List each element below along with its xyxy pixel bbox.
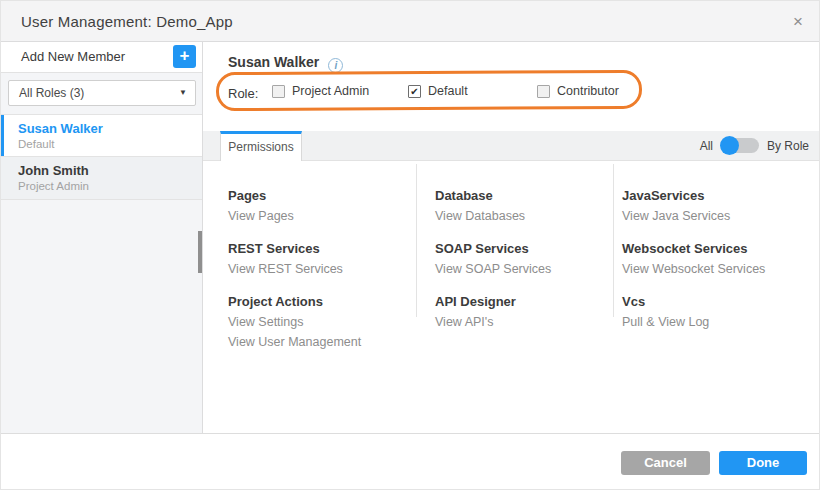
role-checkbox-default[interactable]: ✔ Default — [408, 84, 468, 98]
cancel-button[interactable]: Cancel — [621, 451, 710, 475]
sidebar-scrollbar-thumb[interactable] — [198, 231, 202, 273]
role-row: Role: Project Admin ✔ Default Contributo… — [203, 84, 820, 104]
column-divider — [613, 164, 614, 317]
permission-group-soap-services: SOAP Services View SOAP Services — [435, 239, 610, 279]
roles-filter-dropdown[interactable]: All Roles (3) ▼ — [8, 80, 196, 106]
user-list-item-susan-walker[interactable]: Susan Walker Default — [1, 114, 202, 157]
checkbox-label: Contributor — [557, 84, 619, 98]
permission-item: View Websocket Services — [622, 259, 817, 279]
selected-user-title: Susan Walkeri — [228, 54, 343, 73]
permission-group-rest-services: REST Services View REST Services — [228, 239, 413, 279]
column-divider — [416, 164, 417, 317]
done-button[interactable]: Done — [719, 451, 807, 475]
permission-group-title: Pages — [228, 186, 413, 206]
permissions-column-3: JavaServices View Java Services Websocke… — [622, 186, 817, 345]
permission-group-title: REST Services — [228, 239, 413, 259]
user-name: John Smith — [18, 163, 89, 178]
permission-item: View Pages — [228, 206, 413, 226]
user-name: Susan Walker — [18, 121, 103, 136]
permission-group-title: Vcs — [622, 292, 817, 312]
role-checkbox-contributor[interactable]: Contributor — [537, 84, 619, 98]
permission-item: View Databases — [435, 206, 610, 226]
user-role: Default — [18, 138, 54, 150]
permission-group-project-actions: Project Actions View Settings View User … — [228, 292, 413, 352]
permission-group-database: Database View Databases — [435, 186, 610, 226]
permission-item: View SOAP Services — [435, 259, 610, 279]
role-checkbox-project-admin[interactable]: Project Admin — [272, 84, 369, 98]
permission-item: View Java Services — [622, 206, 817, 226]
permissions-scope-toggle-area: All By Role — [700, 131, 809, 160]
checkbox-icon: ✔ — [408, 85, 421, 98]
permission-group-vcs: Vcs Pull & View Log — [622, 292, 817, 332]
permission-group-title: Database — [435, 186, 610, 206]
toggle-knob — [720, 136, 739, 155]
permission-group-title: API Designer — [435, 292, 610, 312]
permissions-column-1: Pages View Pages REST Services View REST… — [228, 186, 413, 365]
permission-group-title: SOAP Services — [435, 239, 610, 259]
user-management-dialog: User Management: Demo_App × Add New Memb… — [0, 0, 820, 490]
permission-item: View API's — [435, 312, 610, 332]
checkbox-label: Default — [428, 84, 468, 98]
checkbox-icon — [272, 85, 285, 98]
add-member-button[interactable]: + — [173, 45, 196, 68]
role-label: Role: — [228, 86, 258, 101]
info-icon[interactable]: i — [328, 58, 343, 73]
user-list-item-john-smith[interactable]: John Smith Project Admin — [1, 157, 202, 200]
dialog-footer: Cancel Done — [1, 433, 820, 490]
permission-item: View Settings — [228, 312, 413, 332]
selected-user-name: Susan Walker — [228, 54, 319, 70]
checkbox-label: Project Admin — [292, 84, 369, 98]
member-detail-panel: Susan Walkeri Role: Project Admin ✔ Defa… — [203, 42, 820, 433]
user-role: Project Admin — [18, 180, 89, 192]
dialog-title: User Management: Demo_App — [21, 1, 233, 42]
roles-filter-value: All Roles (3) — [19, 81, 84, 105]
close-icon[interactable]: × — [789, 1, 807, 42]
permission-item: View REST Services — [228, 259, 413, 279]
toggle-label-by-role: By Role — [767, 139, 809, 153]
dialog-header: User Management: Demo_App × — [1, 1, 820, 42]
add-member-label: Add New Member — [21, 42, 125, 71]
permissions-column-2: Database View Databases SOAP Services Vi… — [435, 186, 610, 345]
tab-permissions[interactable]: Permissions — [220, 131, 302, 161]
permission-group-title: Project Actions — [228, 292, 413, 312]
permission-group-title: JavaServices — [622, 186, 817, 206]
permission-group-javaservices: JavaServices View Java Services — [622, 186, 817, 226]
toggle-label-all: All — [700, 139, 713, 153]
members-sidebar: Add New Member + All Roles (3) ▼ Susan W… — [1, 42, 203, 433]
permission-item: View User Management — [228, 332, 413, 352]
permission-group-websocket-services: Websocket Services View Websocket Servic… — [622, 239, 817, 279]
chevron-down-icon: ▼ — [179, 81, 187, 105]
checkbox-icon — [537, 85, 550, 98]
permission-item: Pull & View Log — [622, 312, 817, 332]
add-member-row: Add New Member + — [1, 42, 202, 73]
permission-group-api-designer: API Designer View API's — [435, 292, 610, 332]
all-by-role-toggle[interactable] — [721, 138, 759, 153]
permission-group-pages: Pages View Pages — [228, 186, 413, 226]
permission-group-title: Websocket Services — [622, 239, 817, 259]
